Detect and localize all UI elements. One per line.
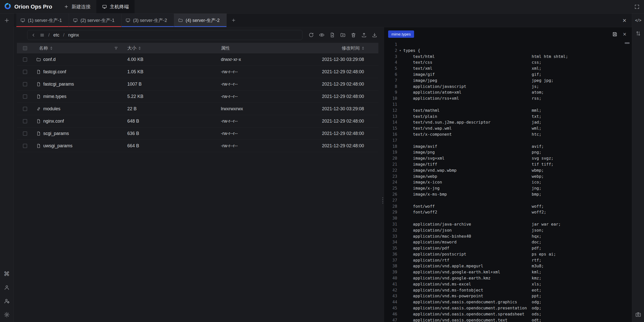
command-palette-icon[interactable]: ⌘ — [4, 271, 10, 277]
screenshot-camera-icon[interactable] — [635, 311, 641, 317]
path-separator: / — [63, 32, 64, 38]
editor-scrollbar-thumb[interactable] — [625, 42, 630, 44]
file-mtime: 2021-12-29 02:48:00 — [301, 119, 378, 124]
file-row[interactable]: scgi_params 636 B -rw-r--r-- 2021-12-29 … — [17, 127, 378, 140]
file-name[interactable]: fastcgi.conf — [43, 69, 66, 75]
code-snippets-icon[interactable]: </> — [635, 18, 641, 23]
file-name[interactable]: uwsgi_params — [43, 143, 72, 149]
row-checkbox[interactable] — [23, 82, 27, 86]
session-tabs: (1) server-生产-1 (2) server-生产-1 (3) se — [16, 14, 227, 27]
right-toolbar: </> — [632, 14, 644, 322]
fold-icon[interactable]: ▾ — [397, 48, 403, 54]
account-settings-icon[interactable] — [4, 298, 10, 304]
row-checkbox[interactable] — [23, 119, 27, 123]
session-tab[interactable]: (4) server-生产-2 — [174, 14, 227, 27]
session-tab[interactable]: (2) server-生产-1 — [69, 14, 122, 27]
file-row[interactable]: modules 22 B lrwxrwxrwx 2021-12-30 03:29… — [17, 103, 378, 115]
editor-body[interactable]: 12▾3456789101112131415161718192021222324… — [384, 41, 632, 322]
filter-icon[interactable] — [114, 46, 118, 50]
row-checkbox[interactable] — [23, 94, 27, 99]
new-tab-button[interactable] — [227, 14, 240, 27]
session-tab-label: (2) server-生产-1 — [80, 17, 114, 23]
file-row[interactable]: nginx.conf 648 B -rw-r--r-- 2021-12-29 0… — [17, 115, 378, 127]
file-size: 5.22 KB — [124, 94, 218, 99]
file-name[interactable]: scgi_params — [43, 131, 69, 136]
column-header-attr: 属性 — [218, 45, 301, 51]
new-file-icon[interactable] — [330, 32, 335, 38]
file-row[interactable]: conf.d 4.00 KB drwxr-xr-x 2021-12-30 03:… — [17, 53, 378, 66]
file-mtime: 2021-12-29 02:48:00 — [301, 69, 378, 75]
close-terminal-icon[interactable]: × — [623, 17, 626, 24]
path-segment-nginx[interactable]: nginx — [68, 32, 79, 38]
session-status-bar — [122, 26, 174, 27]
file-name[interactable]: nginx.conf — [43, 119, 64, 124]
file-row[interactable]: uwsgi_params 664 B -rw-r--r-- 2021-12-29… — [17, 140, 378, 152]
line-number: 43 — [384, 293, 397, 299]
file-size: 664 B — [124, 143, 218, 149]
line-number: 19 — [384, 149, 397, 155]
row-checkbox[interactable] — [23, 107, 27, 111]
column-header-name[interactable]: 名称 — [33, 45, 124, 51]
line-number: 26 — [384, 191, 397, 197]
path-segment-etc[interactable]: etc — [53, 32, 59, 38]
menu-host-terminal[interactable]: 主机终端 — [96, 0, 135, 13]
column-header-mtime[interactable]: 修改时间 — [301, 45, 378, 51]
file-size: 4.00 KB — [124, 57, 218, 62]
file-name[interactable]: fastcgi_params — [43, 82, 74, 87]
line-number: 24 — [384, 179, 397, 185]
menu-new-connection[interactable]: 新建连接 — [58, 0, 96, 13]
file-name[interactable]: mime.types — [43, 94, 66, 99]
column-header-size[interactable]: 大小 — [124, 45, 218, 51]
path-list-icon[interactable] — [40, 33, 45, 38]
path-root[interactable]: / — [48, 32, 50, 38]
column-attr-label: 属性 — [221, 45, 230, 51]
row-checkbox[interactable] — [23, 144, 27, 148]
line-number: 6 — [384, 71, 397, 78]
select-all-checkbox[interactable] — [23, 46, 27, 50]
editor-file-tab[interactable]: mime.types — [388, 30, 414, 38]
panel-splitter[interactable] — [382, 27, 384, 322]
user-icon[interactable] — [4, 284, 10, 291]
file-permissions: -rw-r--r-- — [218, 82, 301, 87]
preview-eye-icon[interactable] — [319, 32, 325, 38]
back-icon[interactable] — [31, 33, 36, 38]
delete-icon[interactable] — [351, 32, 356, 38]
line-number: 40 — [384, 275, 397, 281]
save-icon[interactable] — [612, 31, 618, 37]
file-row[interactable]: fastcgi_params 1007 B -rw-r--r-- 2021-12… — [17, 78, 378, 90]
scroll-sync-icon[interactable] — [635, 31, 641, 36]
line-number: 28 — [384, 203, 397, 209]
line-number: 21 — [384, 161, 397, 167]
file-permissions: -rw-r--r-- — [218, 94, 301, 99]
file-name[interactable]: modules — [43, 106, 60, 112]
session-tab-label: (1) server-生产-1 — [28, 17, 62, 23]
file-name[interactable]: conf.d — [43, 57, 56, 62]
file-row[interactable]: fastcgi.conf 1.05 KB -rw-r--r-- 2021-12-… — [17, 66, 378, 78]
row-checkbox[interactable] — [23, 131, 27, 136]
code-content[interactable]: types { text/html html htm shtml; text/c… — [403, 42, 568, 322]
file-permissions: -rw-r--r-- — [218, 131, 301, 136]
session-tab[interactable]: (1) server-生产-1 — [16, 14, 69, 27]
settings-gear-icon[interactable] — [4, 312, 10, 318]
plus-icon — [64, 4, 69, 9]
row-checkbox[interactable] — [23, 57, 27, 62]
new-folder-icon[interactable] — [340, 32, 346, 38]
fullscreen-icon[interactable] — [630, 0, 644, 13]
refresh-icon[interactable] — [308, 32, 314, 38]
session-tab[interactable]: (3) server-生产-2 — [122, 14, 174, 27]
main-area: (1) server-生产-1 (2) server-生产-1 (3) se — [14, 14, 632, 322]
file-manager-actions — [308, 32, 378, 38]
download-icon[interactable] — [372, 32, 377, 38]
file-row[interactable]: mime.types 5.22 KB -rw-r--r-- 2021-12-29… — [17, 90, 378, 103]
row-checkbox[interactable] — [23, 70, 27, 74]
file-type-icon — [36, 94, 41, 99]
upload-icon[interactable] — [361, 32, 367, 38]
line-number: 10 — [384, 95, 397, 101]
file-permissions: lrwxrwxrwx — [218, 106, 301, 112]
new-session-icon[interactable] — [4, 17, 10, 23]
line-number: 3 — [384, 54, 397, 60]
file-permissions: -rw-r--r-- — [218, 143, 301, 149]
file-size: 1.05 KB — [124, 69, 218, 75]
editor-close-icon[interactable]: × — [623, 31, 626, 37]
column-mtime-label: 修改时间 — [342, 45, 360, 51]
